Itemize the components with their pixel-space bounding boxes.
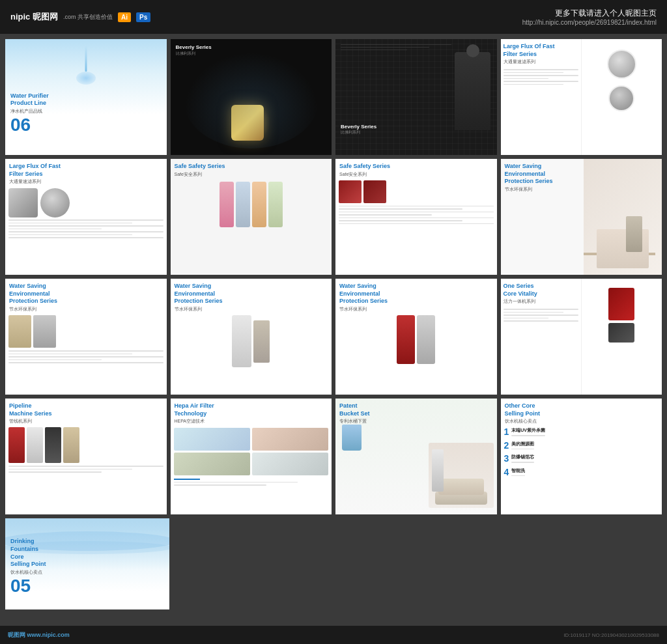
beverly-2-title-en: Beverly Series — [341, 124, 376, 130]
safe-safety-spec-title-en: Safe Safety Series — [339, 163, 493, 171]
header-url: http://hi.nipic.com/people/26919821/inde… — [522, 19, 657, 26]
water-purifier-number: 06 — [10, 115, 49, 135]
ws4-title-cn: 节水环保系列 — [339, 306, 493, 313]
image-id: ID:1019117 NO:20190430210029533088 — [563, 632, 659, 638]
one-series-title-en: One SeriesCore Vitality — [504, 283, 578, 298]
drinking-title-cn: 饮水机核心卖点 — [10, 569, 46, 576]
cell-water-cover: Water PurifierProduct Line 净水机产品品线 06 — [5, 39, 167, 155]
patent-title-cn: 专利水桶下置 — [339, 418, 493, 425]
nipic-sub: .com 共享创造价值 — [63, 13, 113, 21]
pipeline-title-en: PipelineMachine Series — [9, 402, 163, 417]
cell-large-flux-2: Large Flux Of FastFilter Series 大通量速滤系列 — [5, 159, 167, 275]
ws2-title-cn: 节水环保系列 — [9, 306, 163, 313]
water-purifier-title-cn: 净水机产品品线 — [10, 108, 49, 115]
patent-title-en: PatentBucket Set — [339, 402, 493, 417]
badge-ps: Ps — [136, 12, 150, 22]
bottom-bar: 昵图网 www.nipic.com ID:1019117 NO:20190430… — [0, 626, 667, 644]
pipeline-title-cn: 管线机系列 — [9, 418, 163, 425]
cell-other-core: Other CoreSelling Point 饮水机核心卖点 1 末端UV紫外… — [501, 399, 662, 514]
header: nipic 昵图网 .com 共享创造价值 Ai Ps 更多下载请进入个人昵图主… — [0, 0, 667, 34]
row-3: Water SavingEnvironmentalProtection Seri… — [5, 279, 662, 395]
cell-safe-safety-img: Safe Safety Series Safe安全系列 — [171, 159, 332, 275]
drinking-number: 05 — [10, 576, 46, 596]
nipic-logo: nipic 昵图网 — [10, 11, 58, 23]
nipic-bottom-logo: 昵图网 www.nipic.com — [8, 631, 70, 639]
main-grid: Water PurifierProduct Line 净水机产品品线 06 Be… — [0, 34, 667, 626]
cell-water-saving-2: Water SavingEnvironmentalProtection Seri… — [5, 279, 167, 395]
large-flux-1-title-cn: 大通量速滤系列 — [504, 59, 578, 65]
nipic-text: nipic 昵图网 — [10, 11, 58, 23]
cell-large-flux-1: Large Flux Of FastFilter Series 大通量速滤系列 — [501, 39, 662, 155]
badge-ai: Ai — [118, 12, 131, 22]
row-1: Water PurifierProduct Line 净水机产品品线 06 Be… — [5, 39, 662, 155]
other-core-title-en: Other CoreSelling Point — [505, 402, 659, 417]
safe-safety-img-title-en: Safe Safety Series — [175, 163, 328, 171]
header-download-title: 更多下载请进入个人昵图主页 — [522, 8, 657, 19]
row-2: Large Flux Of FastFilter Series 大通量速滤系列 … — [5, 159, 662, 275]
beverly-1-title-cn: 比佛利系列 — [176, 51, 212, 57]
ws3-title-en: Water SavingEnvironmentalProtection Seri… — [175, 283, 328, 305]
safe-safety-spec-title-cn: Safe安全系列 — [339, 171, 493, 178]
hepa-title-cn: HEPA空滤技术 — [175, 418, 328, 425]
beverly-2-title-cn: 比佛利系列 — [341, 130, 376, 135]
cell-patent: PatentBucket Set 专利水桶下置 — [335, 399, 497, 514]
other-core-title-cn: 饮水机核心卖点 — [505, 418, 659, 425]
row-4: PipelineMachine Series 管线机系列 Hepa Air Fi… — [5, 399, 662, 514]
header-left: nipic 昵图网 .com 共享创造价值 Ai Ps — [10, 11, 150, 23]
cell-drinking-cover: DrinkingFountainsCoreSelling Point 饮水机核心… — [5, 518, 169, 609]
cell-safe-safety-spec: Safe Safety Series Safe安全系列 — [335, 159, 497, 275]
water-saving-large-title-en: Water SavingEnvironmentalProtection Seri… — [505, 163, 659, 186]
row-5: DrinkingFountainsCoreSelling Point 饮水机核心… — [5, 518, 662, 609]
header-right: 更多下载请进入个人昵图主页 http://hi.nipic.com/people… — [522, 8, 657, 26]
cell-pipeline: PipelineMachine Series 管线机系列 — [5, 399, 167, 514]
water-purifier-title-en: Water PurifierProduct Line — [10, 92, 49, 107]
cell-beverly-1: Beverly Series 比佛利系列 — [171, 39, 332, 155]
cell-hepa: Hepa Air FilterTechnology HEPA空滤技术 — [171, 399, 332, 514]
beverly-1-title-en: Beverly Series — [176, 44, 212, 51]
safe-safety-img-title-cn: Safe安全系列 — [175, 171, 328, 178]
large-flux-1-title-en: Large Flux Of FastFilter Series — [504, 43, 578, 58]
ws4-title-en: Water SavingEnvironmentalProtection Seri… — [339, 283, 493, 305]
cell-one-series: One SeriesCore Vitality 活力一体机系列 — [501, 279, 662, 395]
cell-water-saving-large: Water SavingEnvironmentalProtection Seri… — [501, 159, 662, 275]
cell-water-saving-4: Water SavingEnvironmentalProtection Seri… — [335, 279, 497, 395]
cell-beverly-2: Beverly Series 比佛利系列 — [335, 39, 497, 155]
ws2-title-en: Water SavingEnvironmentalProtection Seri… — [9, 283, 163, 305]
water-saving-large-title-cn: 节水环保系列 — [505, 186, 659, 193]
ws3-title-cn: 节水环保系列 — [175, 306, 328, 313]
cell-water-saving-3: Water SavingEnvironmentalProtection Seri… — [171, 279, 332, 395]
one-series-title-cn: 活力一体机系列 — [504, 298, 578, 305]
large-flux-2-title-cn: 大通量速滤系列 — [9, 178, 163, 185]
large-flux-2-title-en: Large Flux Of FastFilter Series — [9, 163, 163, 178]
hepa-title-en: Hepa Air FilterTechnology — [175, 402, 328, 417]
drinking-title-en: DrinkingFountainsCoreSelling Point — [10, 538, 46, 568]
